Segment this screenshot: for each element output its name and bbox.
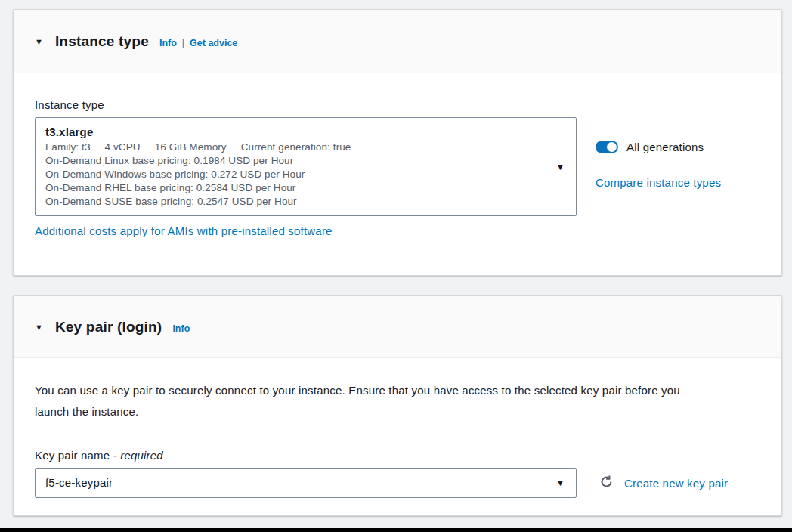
instance-type-right-column: All generations Compare instance types — [596, 141, 721, 190]
all-generations-toggle[interactable]: All generations — [596, 141, 721, 153]
instance-type-header-group: Instance type Info|Get advice — [55, 33, 237, 50]
chevron-down-icon: ▼ — [556, 478, 565, 487]
all-generations-label: All generations — [626, 141, 704, 153]
get-advice-link[interactable]: Get advice — [190, 38, 237, 48]
key-pair-name-label-row: Key pair name - required — [35, 449, 760, 462]
key-pair-section: ▼ Key pair (login) Info You can use a ke… — [13, 295, 782, 516]
section-title: Instance type — [55, 33, 149, 50]
instance-type-section-header: ▼ Instance type Info|Get advice — [14, 10, 781, 73]
key-pair-select[interactable]: f5-ce-keypair ▼ — [35, 468, 577, 498]
instance-type-select[interactable]: t3.xlarge Family: t3 4 vCPU 16 GiB Memor… — [35, 117, 577, 216]
ami-costs-link[interactable]: Additional costs apply for AMIs with pre… — [35, 224, 333, 237]
chevron-down-icon: ▼ — [556, 162, 565, 172]
key-pair-header-group: Key pair (login) Info — [55, 319, 190, 336]
pricing-rhel: On-Demand RHEL base pricing: 0.2584 USD … — [45, 181, 546, 195]
required-indicator: - required — [113, 449, 163, 462]
instance-family: Family: t3 — [45, 141, 91, 154]
instance-generation: Current generation: true — [241, 141, 351, 154]
screenshot-bottom-edge — [0, 528, 792, 532]
info-link[interactable]: Info — [172, 323, 190, 334]
create-new-key-pair-link[interactable]: Create new key pair — [624, 477, 728, 490]
key-pair-select-row: f5-ce-keypair ▼ Create new key pair — [35, 468, 760, 498]
link-separator: | — [182, 38, 184, 48]
section-title: Key pair (login) — [55, 319, 162, 336]
instance-type-section-body: Instance type t3.xlarge Family: t3 4 vCP… — [14, 73, 781, 238]
instance-type-section: ▼ Instance type Info|Get advice Instance… — [13, 9, 782, 276]
info-link[interactable]: Info — [159, 38, 177, 48]
instance-attributes: Family: t3 4 vCPU 16 GiB Memory Current … — [45, 141, 546, 154]
refresh-icon — [599, 475, 614, 491]
refresh-key-pairs-button[interactable] — [599, 475, 614, 491]
expand-caret-icon[interactable]: ▼ — [35, 36, 43, 46]
instance-type-field-label: Instance type — [35, 98, 760, 111]
key-pair-section-header: ▼ Key pair (login) Info — [14, 296, 781, 358]
selected-key-pair: f5-ce-keypair — [45, 475, 113, 491]
header-links: Info — [172, 323, 190, 334]
instance-vcpu: 4 vCPU — [105, 141, 141, 154]
instance-memory: 16 GiB Memory — [155, 141, 227, 154]
toggle-knob — [607, 142, 617, 152]
header-links: Info|Get advice — [159, 38, 237, 48]
pricing-suse: On-Demand SUSE base pricing: 0.2547 USD … — [45, 195, 546, 209]
pricing-windows: On-Demand Windows base pricing: 0.272 US… — [45, 168, 546, 181]
toggle-on-icon[interactable] — [596, 141, 618, 153]
key-pair-description: You can use a key pair to securely conne… — [35, 380, 685, 422]
pricing-linux: On-Demand Linux base pricing: 0.1984 USD… — [45, 154, 546, 168]
key-pair-section-body: You can use a key pair to securely conne… — [14, 358, 781, 498]
compare-instance-types-link[interactable]: Compare instance types — [596, 176, 721, 189]
selected-instance-type: t3.xlarge — [45, 124, 546, 141]
key-pair-name-label: Key pair name — [35, 449, 110, 462]
expand-caret-icon[interactable]: ▼ — [35, 322, 43, 332]
